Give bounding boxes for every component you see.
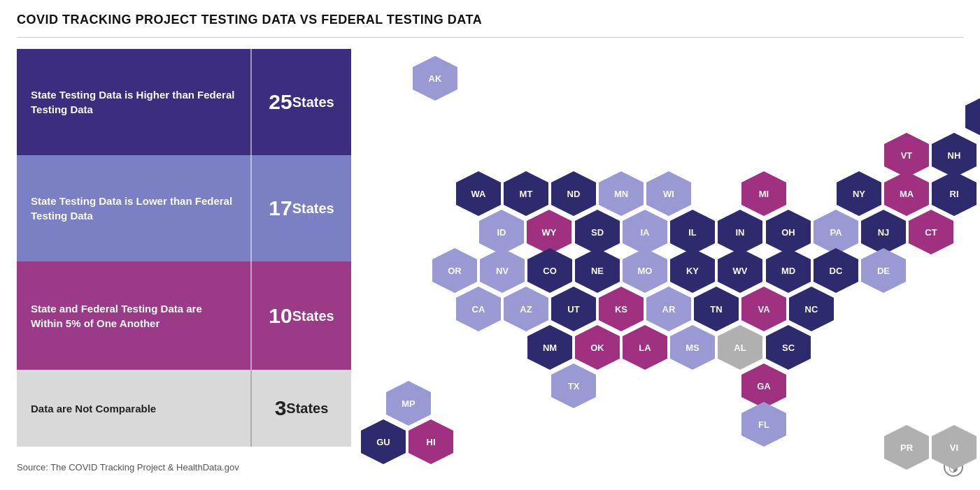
legend-count-row3: 10States [252, 261, 351, 370]
legend-count-row2: 17States [252, 155, 351, 261]
state-hex-CT: CT [909, 210, 953, 254]
footer-source: Source: The COVID Tracking Project & Hea… [17, 462, 239, 473]
state-hex-KS: KS [599, 287, 644, 331]
state-hex-AK: AK [413, 56, 457, 101]
state-hex-SD: SD [575, 210, 620, 254]
state-hex-NC: NC [789, 287, 834, 331]
state-hex-GA: GA [741, 363, 786, 408]
state-hex-CO: CO [527, 248, 572, 293]
state-hex-AL: AL [718, 325, 762, 370]
state-hex-MS: MS [670, 325, 715, 370]
state-hex-MN: MN [599, 171, 644, 216]
legend-count-row4: 3States [252, 370, 351, 447]
state-hex-MA: MA [884, 171, 929, 216]
legend-count-row1: 25States [252, 49, 351, 155]
state-hex-UT: UT [551, 287, 596, 331]
content-area: State Testing Data is Higher than Federa… [17, 49, 963, 447]
state-hex-ID: ID [479, 210, 524, 254]
state-hex-NE: NE [575, 248, 620, 293]
state-hex-FL: FL [741, 402, 786, 447]
state-hex-WA: WA [456, 171, 501, 216]
legend-panel: State Testing Data is Higher than Federa… [17, 49, 351, 447]
state-hex-DE: DE [861, 248, 906, 293]
footer: Source: The COVID Tracking Project & Hea… [17, 457, 963, 477]
state-hex-AR: AR [646, 287, 691, 331]
state-hex-NJ: NJ [861, 210, 906, 254]
state-hex-SC: SC [766, 325, 811, 370]
legend-row-row1: State Testing Data is Higher than Federa… [17, 49, 351, 155]
state-hex-NV: NV [480, 248, 525, 293]
hex-map: AKMEVTNHWAMTNDMNWIMINYMARIIDWYSDIAILINOH… [351, 49, 963, 447]
main-container: COVID TRACKING PROJECT TESTING DATA VS F… [0, 0, 980, 490]
state-hex-ME: ME [965, 94, 980, 139]
title-divider [17, 37, 963, 38]
state-hex-OR: OR [432, 248, 477, 293]
legend-label-row3: State and Federal Testing Data are Withi… [17, 261, 250, 370]
legend-label-row1: State Testing Data is Higher than Federa… [17, 49, 250, 155]
legend-row-row4: Data are Not Comparable 3States [17, 370, 351, 447]
state-hex-NY: NY [837, 171, 881, 216]
legend-label-row4: Data are Not Comparable [17, 370, 250, 447]
state-hex-VT: VT [884, 133, 929, 178]
state-hex-MP: MP [386, 381, 431, 426]
state-hex-OH: OH [766, 210, 811, 254]
state-hex-ND: ND [551, 171, 596, 216]
legend-row-row2: State Testing Data is Lower than Federal… [17, 155, 351, 261]
state-hex-MI: MI [741, 171, 786, 216]
state-hex-IN: IN [718, 210, 762, 254]
legend-row-row3: State and Federal Testing Data are Withi… [17, 261, 351, 370]
state-hex-WY: WY [527, 210, 571, 254]
state-hex-LA: LA [623, 325, 667, 370]
state-hex-CA: CA [456, 287, 501, 331]
state-hex-WV: WV [718, 248, 762, 293]
state-hex-WI: WI [646, 171, 691, 216]
state-hex-RI: RI [932, 171, 977, 216]
legend-label-row2: State Testing Data is Lower than Federal… [17, 155, 250, 261]
state-hex-TN: TN [694, 287, 739, 331]
state-hex-VA: VA [741, 287, 786, 331]
state-hex-NH: NH [932, 133, 977, 178]
state-hex-IA: IA [623, 210, 667, 254]
state-hex-MT: MT [504, 171, 548, 216]
state-hex-IL: IL [670, 210, 715, 254]
state-hex-MO: MO [623, 248, 667, 293]
state-hex-KY: KY [670, 248, 715, 293]
state-hex-PA: PA [814, 210, 858, 254]
state-hex-NM: NM [527, 325, 572, 370]
page-title: COVID TRACKING PROJECT TESTING DATA VS F… [17, 13, 963, 27]
state-hex-AZ: AZ [504, 287, 548, 331]
state-hex-OK: OK [575, 325, 620, 370]
state-hex-TX: TX [551, 363, 596, 408]
state-hex-DC: DC [814, 248, 858, 293]
map-area: AKMEVTNHWAMTNDMNWIMINYMARIIDWYSDIAILINOH… [351, 49, 963, 447]
state-hex-MD: MD [766, 248, 811, 293]
